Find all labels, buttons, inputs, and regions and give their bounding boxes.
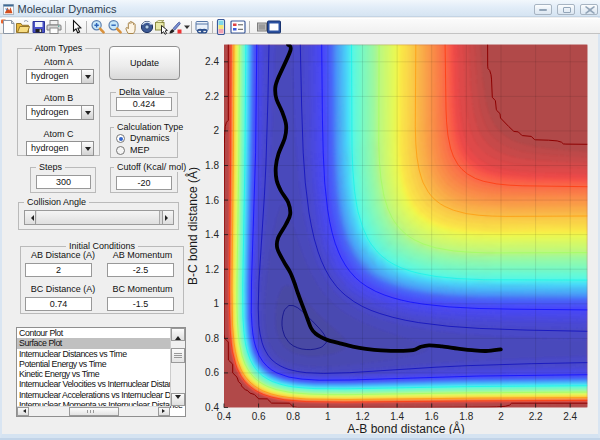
svg-text:0.8: 0.8 [286, 411, 300, 422]
svg-text:2.4: 2.4 [563, 411, 577, 422]
svg-text:2.4: 2.4 [205, 56, 219, 67]
svg-text:1.6: 1.6 [205, 195, 219, 206]
svg-text:1.2: 1.2 [205, 264, 219, 275]
svg-text:1.2: 1.2 [356, 411, 370, 422]
svg-text:1.8: 1.8 [205, 160, 219, 171]
svg-text:2: 2 [213, 125, 219, 136]
svg-text:2: 2 [498, 411, 504, 422]
svg-text:A-B bond distance (Å): A-B bond distance (Å) [347, 421, 464, 436]
svg-text:0.6: 0.6 [252, 411, 266, 422]
svg-text:1.4: 1.4 [205, 229, 219, 240]
svg-text:0.4: 0.4 [217, 411, 231, 422]
svg-text:2.2: 2.2 [529, 411, 543, 422]
svg-text:B-C bond distance (Å): B-C bond distance (Å) [185, 167, 200, 285]
svg-text:1.6: 1.6 [425, 411, 439, 422]
svg-text:0.6: 0.6 [205, 367, 219, 378]
svg-text:2.2: 2.2 [205, 91, 219, 102]
svg-text:0.8: 0.8 [205, 333, 219, 344]
svg-text:1: 1 [325, 411, 331, 422]
svg-text:0.4: 0.4 [205, 402, 219, 413]
svg-text:1: 1 [213, 298, 219, 309]
svg-text:1.4: 1.4 [390, 411, 404, 422]
svg-text:1.8: 1.8 [459, 411, 473, 422]
